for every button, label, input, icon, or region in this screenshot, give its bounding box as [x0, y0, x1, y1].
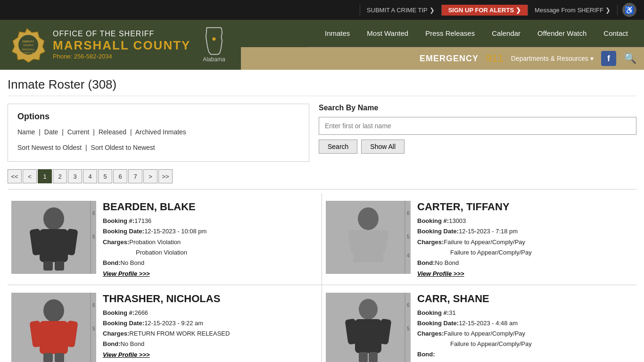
state-map: Alabama — [196, 27, 231, 63]
sheriff-badge-icon: DEPUTY SHERIFF MARSHALL COUNTY AL — [9, 26, 47, 64]
crime-tip-link[interactable]: SUBMIT A CRIME TIP ❯ — [360, 5, 442, 16]
svg-text:4: 4 — [407, 253, 410, 258]
inmate-name: CARR, SHANE — [417, 293, 633, 305]
inmate-bond: Bond: — [417, 349, 633, 360]
search-buttons: Search Show All — [319, 140, 636, 154]
pagination: << < 1 2 3 4 5 6 7 > >> — [8, 169, 636, 183]
emergency-label: EMERGENCY — [420, 54, 479, 64]
svg-point-23 — [358, 207, 379, 230]
sort-newest-link[interactable]: Sort Newest to Oldest — [17, 144, 82, 151]
inmate-info-thrasher: THRASHER, NICHOLAS Booking #:2666 Bookin… — [103, 293, 318, 362]
inmates-grid: 6 5 BEARDEN, BLAKE Booking #:17136 — [8, 193, 636, 362]
page-first[interactable]: << — [8, 169, 22, 183]
table-row: 6 5 CARR, SHANE Booking #:31 Bookin — [322, 285, 636, 362]
inmate-photo-placeholder: 6 5 4 — [326, 201, 411, 274]
svg-text:6: 6 — [92, 303, 95, 308]
alerts-text: SIGN UP FOR ALERTS — [448, 7, 514, 14]
inmate-photo-carr: 6 5 — [326, 293, 411, 362]
phone-number: 256-582-2034 — [74, 53, 112, 60]
svg-rect-16 — [43, 261, 53, 271]
table-row: 6 5 THRASHER, NICHOLAS Booking #:2666 — [8, 285, 322, 362]
filter-current-link[interactable]: Current — [67, 128, 90, 136]
page-7[interactable]: 7 — [128, 169, 142, 183]
page-5[interactable]: 5 — [98, 169, 112, 183]
page-1[interactable]: 1 — [38, 169, 52, 183]
svg-rect-41 — [355, 319, 381, 353]
inmate-photo-thrasher: 6 5 — [11, 293, 96, 362]
filter-name-link[interactable]: Name — [17, 128, 35, 136]
svg-text:SHERIFF: SHERIFF — [23, 44, 33, 47]
filter-archived-link[interactable]: Archived Inmates — [135, 128, 186, 136]
search-button[interactable]: Search — [319, 140, 357, 154]
message-link[interactable]: Message From SHERIFF ❯ — [528, 5, 618, 16]
accessibility-button[interactable]: ♿ — [622, 3, 636, 17]
alerts-link[interactable]: SIGN UP FOR ALERTS ❯ — [442, 5, 528, 16]
page-6[interactable]: 6 — [113, 169, 127, 183]
options-search-row: Options Name | Date | Current | Released… — [8, 104, 636, 162]
inmate-booking-num: Booking #:31 — [417, 308, 633, 318]
header-phone: Phone: 256-582-2034 — [53, 53, 190, 60]
svg-rect-34 — [43, 353, 53, 362]
svg-text:5: 5 — [407, 234, 410, 239]
table-row: 6 5 BEARDEN, BLAKE Booking #:17136 — [8, 193, 322, 285]
inmate-photo-placeholder: 6 5 — [326, 293, 411, 362]
svg-text:COUNTY AL: COUNTY AL — [22, 52, 34, 54]
nav-press-releases[interactable]: Press Releases — [417, 20, 483, 47]
nav-calendar[interactable]: Calendar — [483, 20, 529, 47]
inmate-charges: Charges:Failure to Appear/Comply/Pay Fai… — [417, 329, 633, 349]
show-all-button[interactable]: Show All — [361, 140, 405, 154]
inmate-booking-num: Booking #:13003 — [417, 216, 633, 226]
main-nav: Inmates Most Wanted Press Releases Calen… — [309, 20, 644, 47]
inmate-photo-bearden: 6 5 — [11, 201, 96, 274]
svg-rect-35 — [55, 353, 64, 362]
inmate-bond: Bond:No Bond — [103, 258, 318, 268]
nav-most-wanted[interactable]: Most Wanted — [358, 20, 417, 47]
page-2[interactable]: 2 — [53, 169, 67, 183]
nav-offender-watch[interactable]: Offender Watch — [529, 20, 595, 47]
table-row: 6 5 4 CARTER, TIFFANY Booking #:13003 Bo… — [322, 193, 636, 285]
dept-resources-link[interactable]: Departments & Resources ▾ — [511, 55, 594, 62]
svg-text:5: 5 — [92, 234, 95, 239]
nav-inmates[interactable]: Inmates — [316, 20, 358, 47]
site-header: DEPUTY SHERIFF MARSHALL COUNTY AL OFFICE… — [0, 20, 644, 70]
search-input[interactable] — [319, 117, 636, 135]
inmate-name: BEARDEN, BLAKE — [103, 201, 318, 213]
alabama-map-icon — [201, 27, 227, 55]
page-4[interactable]: 4 — [83, 169, 97, 183]
svg-rect-13 — [40, 229, 68, 262]
inmate-info-carr: CARR, SHANE Booking #:31 Booking Date:12… — [417, 293, 633, 362]
dept-resources-label: Departments & Resources — [511, 55, 588, 62]
page-next[interactable]: > — [143, 169, 157, 183]
nav-contact[interactable]: Contact — [595, 20, 636, 47]
message-arrow: ❯ — [605, 7, 611, 14]
options-links: Name | Date | Current | Released | Archi… — [17, 126, 299, 138]
filter-released-link[interactable]: Released — [99, 128, 126, 136]
roster-divider — [8, 189, 636, 189]
secondary-bar: EMERGENCY 911 Departments & Resources ▾ … — [241, 47, 644, 70]
page-last[interactable]: >> — [158, 169, 173, 183]
facebook-icon[interactable]: f — [601, 51, 616, 66]
view-profile-link[interactable]: View Profile >>> — [103, 270, 318, 277]
svg-text:MARSHALL: MARSHALL — [22, 48, 35, 51]
header-text: OFFICE OF THE SHERIFF MARSHALL COUNTY Ph… — [53, 30, 190, 60]
alerts-arrow: ❯ — [516, 7, 521, 14]
message-text: Message From SHERIFF — [535, 7, 603, 14]
svg-text:6: 6 — [407, 211, 410, 216]
page-prev[interactable]: < — [23, 169, 37, 183]
svg-rect-44 — [359, 352, 368, 362]
search-box: Search By Name Search Show All — [319, 104, 636, 162]
options-title: Options — [17, 112, 299, 122]
search-icon[interactable]: 🔍 — [624, 52, 636, 65]
sort-oldest-link[interactable]: Sort Oldest to Newest — [91, 144, 155, 151]
inmate-charges: Charges:Probation Violation Probation Vi… — [103, 237, 318, 258]
inmate-bond: Bond:No Bond — [417, 258, 633, 268]
view-profile-link[interactable]: View Profile >>> — [417, 270, 633, 277]
view-profile-link[interactable]: View Profile >>> — [103, 351, 318, 358]
inmate-photo-carter: 6 5 4 — [326, 201, 411, 274]
inmate-booking-date: Booking Date:12-15-2023 - 9:22 am — [103, 318, 318, 329]
inmate-bond: Bond:No Bond — [103, 339, 318, 349]
page-3[interactable]: 3 — [68, 169, 82, 183]
inmate-photo-placeholder: 6 5 — [11, 201, 96, 274]
filter-date-link[interactable]: Date — [44, 128, 58, 136]
inmate-charges: Charges:Failure to Appear/Comply/Pay Fai… — [417, 237, 633, 258]
